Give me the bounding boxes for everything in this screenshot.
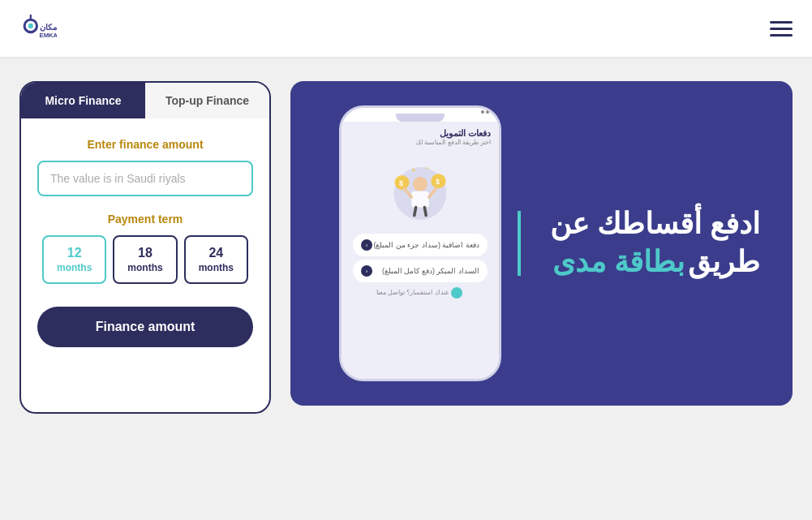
phone-illustration: $ $ ✦ ✦ bbox=[372, 149, 469, 230]
finance-card: Micro Finance Top-up Finance Enter finan… bbox=[19, 81, 271, 414]
finance-amount-button[interactable]: Finance amount bbox=[37, 307, 253, 347]
svg-text:$: $ bbox=[436, 178, 440, 186]
tab-topup-finance[interactable]: Top-up Finance bbox=[145, 83, 269, 118]
phone-title: دفعات التمويل bbox=[350, 128, 491, 139]
hero-line1: ادفع أقساطك عن bbox=[537, 205, 760, 243]
phone-option-2: السداد المبكر (دفع كامل المبلغ) ‹ bbox=[353, 260, 488, 282]
svg-point-12 bbox=[413, 177, 427, 191]
svg-text:✦: ✦ bbox=[411, 166, 416, 174]
phone-footer: عندك استفسار؟ تواصل معنا bbox=[350, 287, 491, 299]
hero-line2: طريق بطاقة مدى bbox=[537, 243, 760, 281]
svg-text:$: $ bbox=[399, 179, 403, 187]
phone-header: دفعات التمويل اختر طريقة الدفع المناسبة … bbox=[350, 128, 491, 146]
svg-line-17 bbox=[424, 208, 426, 216]
svg-line-16 bbox=[415, 208, 416, 216]
term-12-months[interactable]: 12 months bbox=[42, 235, 106, 284]
payment-term-options: 12 months 18 months 24 months bbox=[37, 235, 253, 284]
term-18-months[interactable]: 18 months bbox=[113, 235, 177, 284]
svg-text:EMKAN: EMKAN bbox=[40, 32, 57, 39]
card-body: Enter finance amount Payment term 12 mon… bbox=[21, 118, 269, 363]
vertical-divider bbox=[518, 211, 521, 276]
tab-bar: Micro Finance Top-up Finance bbox=[21, 83, 269, 118]
main-content: Micro Finance Top-up Finance Enter finan… bbox=[0, 57, 812, 438]
amount-label: Enter finance amount bbox=[37, 138, 253, 151]
phone-notch bbox=[396, 114, 445, 122]
svg-rect-13 bbox=[411, 191, 429, 208]
logo-icon: إمكان EMKAN bbox=[19, 13, 57, 44]
phone-footer-icon bbox=[451, 287, 462, 299]
phone-mockup: دفعات التمويل اختر طريقة الدفع المناسبة … bbox=[339, 105, 501, 381]
hero-panel: دفعات التمويل اختر طريقة الدفع المناسبة … bbox=[290, 81, 793, 406]
svg-text:إمكان: إمكان bbox=[40, 23, 57, 32]
header: إمكان EMKAN bbox=[0, 0, 812, 57]
hero-text: ادفع أقساطك عن طريق بطاقة مدى bbox=[537, 205, 760, 281]
logo: إمكان EMKAN bbox=[19, 13, 57, 44]
tab-micro-finance[interactable]: Micro Finance bbox=[21, 83, 145, 118]
svg-point-1 bbox=[28, 24, 33, 28]
phone-arrow-2: ‹ bbox=[361, 265, 372, 277]
phone-status-bar bbox=[342, 108, 499, 114]
phone-inner: دفعات التمويل اختر طريقة الدفع المناسبة … bbox=[342, 122, 499, 381]
term-24-months[interactable]: 24 months bbox=[184, 235, 248, 284]
payment-term-label: Payment term bbox=[37, 213, 253, 226]
phone-subtitle: اختر طريقة الدفع المناسبة لك bbox=[350, 139, 491, 146]
phone-arrow-1: ‹ bbox=[361, 239, 372, 251]
phone-option-1: دفعة اضافية (سداد جزء من المبلغ) ‹ bbox=[353, 234, 488, 256]
menu-button[interactable] bbox=[770, 21, 793, 37]
svg-text:✦: ✦ bbox=[425, 165, 428, 170]
person-svg: $ $ ✦ ✦ bbox=[384, 153, 457, 226]
finance-amount-input[interactable] bbox=[37, 161, 253, 196]
